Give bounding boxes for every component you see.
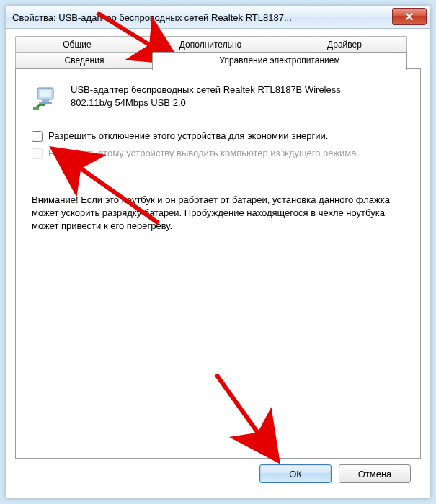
- properties-dialog: Свойства: USB-адаптер беспроводных сетей…: [6, 6, 430, 498]
- network-adapter-icon: [32, 84, 61, 114]
- checkbox-allow-power-off[interactable]: Разрешить отключение этого устройства дл…: [32, 130, 404, 142]
- ok-button[interactable]: ОК: [259, 464, 332, 483]
- svg-rect-4: [33, 107, 39, 110]
- checkbox-allow-power-off-input[interactable]: [32, 131, 43, 142]
- title-bar: Свойства: USB-адаптер беспроводных сетей…: [6, 6, 430, 29]
- button-bar: ОК Отмена: [15, 459, 421, 489]
- tab-advanced[interactable]: Дополнительно: [138, 36, 283, 53]
- checkbox-allow-wake-label: Разрешить этому устройству выводить комп…: [48, 148, 359, 158]
- tab-driver[interactable]: Драйвер: [282, 36, 407, 53]
- device-name-line1: USB-адаптер беспроводных сетей Realtek R…: [71, 84, 341, 95]
- svg-rect-3: [39, 102, 52, 104]
- window-title: Свойства: USB-адаптер беспроводных сетей…: [12, 12, 392, 23]
- tab-details[interactable]: Сведения: [15, 52, 154, 68]
- tab-strip: Общие Дополнительно Драйвер Сведения Упр…: [15, 36, 421, 69]
- device-name-line2: 802.11b/g 54Mbps USB 2.0: [71, 97, 186, 108]
- svg-rect-2: [42, 99, 49, 102]
- checkbox-allow-wake: Разрешить этому устройству выводить комп…: [32, 148, 404, 159]
- close-icon: [405, 12, 414, 21]
- tab-general[interactable]: Общие: [15, 36, 139, 53]
- checkbox-allow-power-off-label: Разрешить отключение этого устройства дл…: [48, 130, 328, 141]
- checkbox-allow-wake-input: [32, 148, 43, 159]
- tab-power-management[interactable]: Управление электропитанием: [152, 52, 407, 70]
- device-description: USB-адаптер беспроводных сетей Realtek R…: [71, 84, 404, 109]
- warning-text: Внимание! Если это ноутбук и он работает…: [32, 194, 404, 233]
- tab-page-power: USB-адаптер беспроводных сетей Realtek R…: [15, 68, 421, 459]
- svg-rect-1: [40, 90, 51, 97]
- client-area: Общие Дополнительно Драйвер Сведения Упр…: [6, 29, 430, 498]
- close-button[interactable]: [392, 8, 427, 25]
- device-header: USB-адаптер беспроводных сетей Realtek R…: [32, 84, 404, 114]
- cancel-button[interactable]: Отмена: [339, 464, 411, 483]
